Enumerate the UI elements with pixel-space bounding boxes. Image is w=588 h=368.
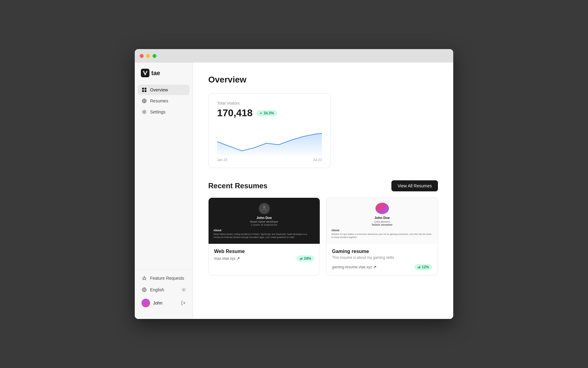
- sidebar-item-overview[interactable]: Overview: [138, 85, 190, 95]
- preview-name-dark: John Doe: [256, 216, 272, 220]
- nav-items: Overview Resumes: [135, 85, 193, 270]
- preview-about-text-gaming: Whether it's epic battles or immersive a…: [331, 233, 433, 239]
- feature-requests-item[interactable]: Feature Requests: [138, 273, 190, 283]
- sidebar-item-settings[interactable]: Settings: [138, 107, 190, 117]
- svg-rect-16: [300, 259, 300, 260]
- sidebar-item-resumes[interactable]: Resumes: [138, 96, 190, 106]
- preview-about-label-dark: About: [213, 229, 315, 232]
- svg-rect-4: [145, 90, 146, 92]
- resume-card-body-web: Web Resume max.vtae.xyz: [209, 244, 320, 266]
- resumes-grid: John Doe React native developer 2 years …: [208, 197, 438, 275]
- language-label: English: [150, 287, 164, 292]
- sidebar-item-resumes-label: Resumes: [150, 98, 168, 103]
- preview-aka-gaming: (Aka jdoven): [374, 220, 390, 223]
- chart-value-row: 170,418 34.3%: [217, 107, 322, 119]
- svg-rect-1: [142, 88, 144, 90]
- resume-card-footer-gaming: gaming-resume.vtae.xyz: [332, 264, 432, 270]
- resume-stat-web: 34%: [296, 255, 314, 262]
- titlebar: [135, 49, 453, 63]
- section-header: Recent Resumes View All Resumes: [208, 180, 438, 191]
- main-content: Overview Total Visitors 170,418 34.3%: [193, 63, 453, 319]
- user-row: John: [138, 296, 190, 310]
- chart-badge-value: 34.3%: [264, 111, 274, 115]
- resume-card-footer-web: max.vtae.xyz: [214, 255, 314, 262]
- svg-rect-19: [418, 267, 418, 268]
- resume-url-web[interactable]: max.vtae.xyz: [214, 256, 240, 261]
- user-name-label: John: [153, 301, 162, 305]
- page-title: Overview: [208, 75, 438, 85]
- settings-gear-icon[interactable]: [182, 288, 186, 292]
- feature-requests-icon: [141, 275, 147, 281]
- settings-icon: [141, 109, 147, 115]
- language-selector[interactable]: English: [138, 285, 190, 295]
- resume-preview-dark: John Doe React native developer 2 years …: [209, 198, 320, 244]
- resume-card-web[interactable]: John Doe React native developer 2 years …: [208, 197, 320, 275]
- preview-about-label-gaming: About: [331, 229, 433, 232]
- svg-rect-3: [142, 90, 144, 92]
- resume-preview-light: John Doe (Aka jdoven) Twitch streamer Ab…: [326, 198, 438, 244]
- section-title: Recent Resumes: [208, 182, 267, 190]
- app-window: tae Overview: [135, 49, 453, 319]
- preview-name-gaming: John Doe: [374, 216, 390, 220]
- preview-role-gaming: Twitch streamer: [371, 223, 392, 226]
- resume-stat-gaming: 12%: [414, 264, 432, 270]
- sidebar-item-settings-label: Settings: [150, 109, 166, 114]
- preview-role-dark: React native developer: [250, 220, 278, 223]
- view-all-button[interactable]: View All Resumes: [391, 180, 438, 191]
- language-icon: [141, 287, 147, 293]
- chart-card: Total Visitors 170,418 34.3%: [208, 93, 331, 168]
- logo-icon: [141, 69, 149, 77]
- user-avatar: [141, 299, 150, 307]
- chart-badge: 34.3%: [256, 110, 277, 116]
- preview-avatar-dark: [259, 203, 270, 214]
- svg-rect-2: [145, 88, 146, 90]
- sidebar-bottom: Feature Requests English: [135, 270, 193, 313]
- chart-date-end: Jul 23: [313, 158, 322, 162]
- app-body: tae Overview: [135, 63, 453, 319]
- preview-avatar-gaming: [375, 203, 389, 214]
- resumes-icon: [141, 98, 147, 104]
- chart-date-start: Jan 23: [217, 158, 227, 162]
- chart-value: 170,418: [217, 107, 253, 119]
- chart-label: Total Visitors: [217, 101, 322, 105]
- svg-point-6: [144, 100, 145, 102]
- svg-rect-0: [141, 69, 149, 77]
- sidebar: tae Overview: [135, 63, 193, 319]
- svg-point-11: [144, 111, 145, 113]
- minimize-button[interactable]: [146, 54, 150, 58]
- resume-card-desc-gaming: This resume is about my gaming skills: [332, 255, 432, 260]
- logo[interactable]: tae: [135, 69, 193, 85]
- resume-card-title-gaming: Gaming resume: [332, 249, 432, 254]
- sidebar-item-overview-label: Overview: [150, 87, 168, 92]
- feature-requests-label: Feature Requests: [150, 276, 184, 281]
- svg-rect-17: [301, 258, 301, 260]
- logout-icon[interactable]: [181, 301, 186, 305]
- chart-dates: Jan 23 Jul 23: [217, 158, 322, 162]
- chart-area: [217, 125, 322, 155]
- svg-point-14: [183, 289, 184, 290]
- resume-url-gaming[interactable]: gaming-resume.vtae.xyz: [332, 265, 376, 269]
- svg-rect-20: [419, 266, 419, 268]
- close-button[interactable]: [140, 54, 144, 58]
- resume-card-body-gaming: Gaming resume This resume is about my ga…: [326, 244, 438, 275]
- grid-icon: [141, 87, 147, 93]
- resume-card-title-web: Web Resume: [214, 249, 314, 254]
- preview-about-text-dark: React Native wizard, coding excellence i…: [213, 233, 315, 239]
- svg-rect-18: [302, 257, 302, 260]
- svg-rect-21: [420, 266, 420, 268]
- fullscreen-button[interactable]: [153, 54, 156, 58]
- logo-text: tae: [151, 70, 160, 77]
- resume-card-gaming[interactable]: John Doe (Aka jdoven) Twitch streamer Ab…: [326, 197, 438, 275]
- preview-exp-dark: 2 years of experience: [251, 223, 277, 226]
